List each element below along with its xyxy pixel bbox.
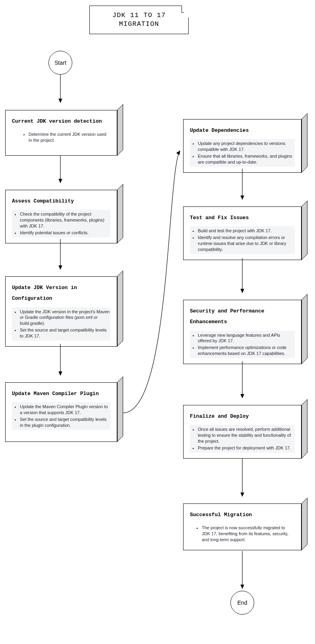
step-finalize-deploy: Finalize and Deploy Once all issues are … — [183, 405, 301, 459]
step-title: Current JDK version detection — [12, 116, 110, 127]
step-test-fix: Test and Fix Issues Build and test the p… — [183, 206, 301, 260]
step-item: Determine the current JDK version used i… — [29, 131, 110, 143]
start-node: Start — [48, 51, 72, 75]
step-item: Leverage new language features and APIs … — [198, 332, 294, 344]
step-item: Check the compatibility of the project c… — [20, 211, 110, 229]
step-item: Set the source and target compatibility … — [20, 416, 110, 428]
step-title: Successful Migration — [190, 509, 295, 520]
step-title: Test and Fix Issues — [190, 212, 295, 223]
step-item: The project is now successfully migrated… — [202, 525, 294, 543]
step-title: Update JDK Version in Configuration — [12, 282, 110, 304]
diagram-title: JDK 11 TO 17 MIGRATION — [89, 6, 189, 34]
step-title: Update Dependencies — [190, 125, 295, 136]
end-node: End — [230, 591, 254, 615]
step-title: Update Maven Compiler Plugin — [12, 388, 110, 399]
step-update-maven-plugin: Update Maven Compiler Plugin Update the … — [5, 382, 117, 442]
step-item: Implement performance optimizations or c… — [198, 345, 294, 357]
step-successful-migration: Successful Migration The project is now … — [183, 503, 301, 550]
step-item: Identify potential issues or conflicts. — [20, 230, 110, 236]
step-item: Build and test the project with JDK 17. — [198, 228, 294, 234]
step-item: Update the JDK version in the project's … — [20, 309, 110, 327]
step-item: Ensure that all libraries, frameworks, a… — [198, 153, 294, 165]
step-title: Finalize and Deploy — [190, 411, 295, 422]
title-fold-corner — [182, 6, 189, 13]
step-item: Update any project dependencies to versi… — [198, 141, 294, 152]
end-label: End — [238, 600, 247, 606]
step-title: Security and Performance Enhancements — [190, 306, 295, 328]
step-item: Once all issues are resolved, perform ad… — [198, 426, 294, 444]
step-item: Prepare the project for deployment with … — [198, 445, 294, 451]
step-item: Update the Maven Compiler Plugin version… — [20, 404, 110, 416]
step-assess-compatibility: Assess Compatibility Check the compatibi… — [5, 190, 117, 243]
step-item: Identify and resolve any compilation err… — [198, 235, 294, 253]
step-detect-jdk: Current JDK version detection Determine … — [5, 110, 117, 156]
step-update-dependencies: Update Dependencies Update any project d… — [183, 119, 301, 173]
title-text: JDK 11 TO 17 MIGRATION — [97, 11, 181, 29]
step-security-performance: Security and Performance Enhancements Le… — [183, 300, 301, 364]
step-title: Assess Compatibility — [12, 196, 110, 206]
step-update-jdk-config: Update JDK Version in Configuration Upda… — [5, 276, 117, 347]
start-label: Start — [54, 60, 66, 66]
step-item: Set the source and target compatibility … — [20, 327, 110, 339]
